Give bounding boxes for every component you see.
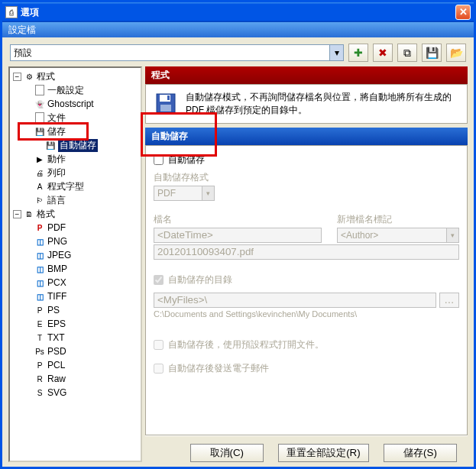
collapse-icon: − bbox=[13, 210, 21, 218]
tree-item-print[interactable]: 🖨列印 bbox=[10, 166, 141, 180]
app-icon: ⎙ bbox=[5, 6, 18, 18]
form-area: 自動儲存 自動儲存格式 PDF ▾ 檔名 新增檔名標記 <Author> bbox=[145, 145, 468, 435]
tree-label: SVG bbox=[47, 387, 66, 398]
format-label: 自動儲存格式 bbox=[154, 171, 459, 184]
tree-item-general[interactable]: 一般設定 bbox=[10, 83, 141, 97]
save-button[interactable]: 儲存(S) bbox=[384, 444, 457, 462]
flag-icon: 🏳 bbox=[34, 195, 46, 205]
format-value: PDF bbox=[157, 188, 176, 199]
autosave-checkbox-row: 自動儲存 bbox=[154, 154, 459, 167]
filename-label: 檔名 bbox=[154, 213, 322, 226]
add-profile-button[interactable]: ✚ bbox=[348, 44, 368, 62]
tree-item-tiff[interactable]: ◫TIFF bbox=[10, 289, 141, 303]
tree-label: 自動儲存 bbox=[58, 139, 98, 152]
tree-item-save[interactable]: 💾儲存 bbox=[10, 125, 141, 138]
content-pane: 程式 自動儲存模式，不再詢問儲存檔名與位置，將自動地將所有生成的 PDF 檔儲存… bbox=[145, 66, 468, 462]
window-title: 選項 bbox=[21, 6, 455, 19]
tree-item-psd[interactable]: PsPSD bbox=[10, 344, 141, 358]
tree-label: 程式 bbox=[37, 70, 55, 83]
font-icon: A bbox=[34, 181, 46, 192]
pdf-icon: P bbox=[34, 222, 46, 233]
save-profile-button[interactable]: 💾 bbox=[422, 44, 442, 62]
eps-icon: E bbox=[34, 319, 46, 329]
description-box: 自動儲存模式，不再詢問儲存檔名與位置，將自動地將所有生成的 PDF 檔儲存到預定… bbox=[145, 84, 468, 124]
tree-item-pdf[interactable]: PPDF bbox=[10, 221, 141, 234]
browse-button: … bbox=[439, 293, 459, 308]
plus-icon: ✚ bbox=[354, 47, 363, 59]
remove-profile-button[interactable]: ✖ bbox=[373, 44, 393, 62]
autosave-checkbox[interactable] bbox=[154, 155, 164, 165]
toolbar: 預設 ▾ ✚ ✖ ⧉ 💾 📂 bbox=[2, 37, 474, 66]
tree-item-jpeg[interactable]: ◫JPEG bbox=[10, 248, 141, 262]
tree-label: 儲存 bbox=[47, 125, 66, 138]
autosave-checkbox-label: 自動儲存 bbox=[168, 154, 205, 167]
tree-label: Ghostscript bbox=[47, 99, 94, 109]
tree-label: PCL bbox=[47, 360, 65, 370]
tree-item-font[interactable]: A程式字型 bbox=[10, 180, 141, 193]
tree-item-action[interactable]: ▶動作 bbox=[10, 152, 141, 166]
tree-label: Raw bbox=[47, 374, 66, 384]
tree-root-program[interactable]: −⚙程式 bbox=[10, 70, 141, 83]
action-icon: ▶ bbox=[34, 154, 46, 164]
autofolder-checkbox bbox=[154, 275, 164, 285]
reset-button[interactable]: 重置全部設定(R) bbox=[278, 444, 369, 462]
titlebar: ⎙ 選項 ✕ bbox=[2, 2, 474, 22]
format-select: PDF ▾ bbox=[154, 186, 215, 201]
tree-label: 文件 bbox=[47, 112, 66, 125]
tree-label: PS bbox=[47, 305, 60, 315]
chevron-down-icon: ▾ bbox=[446, 228, 458, 242]
collapse-icon: − bbox=[13, 73, 21, 81]
doc-icon bbox=[34, 85, 46, 95]
filename-input bbox=[154, 228, 322, 243]
emailafter-checkbox bbox=[154, 364, 164, 374]
emailafter-row: 自動儲存後發送電子郵件 bbox=[154, 362, 459, 375]
openafter-label: 自動儲存後，使用預設程式打開文件。 bbox=[168, 338, 324, 351]
tree-label: 格式 bbox=[37, 208, 55, 221]
tree-item-pcl[interactable]: PPCL bbox=[10, 358, 141, 372]
tree-item-txt[interactable]: TTXT bbox=[10, 331, 141, 344]
tree-label: 一般設定 bbox=[47, 84, 84, 97]
tree-item-svg[interactable]: SSVG bbox=[10, 386, 141, 399]
txt-icon: T bbox=[34, 332, 46, 343]
format-icon: 🗎 bbox=[23, 209, 35, 219]
tree-label: TIFF bbox=[47, 291, 66, 302]
profile-select[interactable]: 預設 ▾ bbox=[10, 44, 344, 61]
autofolder-label: 自動儲存的目錄 bbox=[168, 273, 232, 286]
folder-resolved: C:\Documents and Settings\kevinchen\My D… bbox=[154, 309, 459, 319]
ps-icon: P bbox=[34, 305, 46, 315]
section-header-autosave: 自動儲存 bbox=[145, 128, 468, 145]
tree-label: PNG bbox=[47, 236, 67, 247]
printer-icon: 🖨 bbox=[34, 167, 46, 178]
content-header: 程式 bbox=[145, 66, 468, 84]
tree-item-language[interactable]: 🏳語言 bbox=[10, 193, 141, 207]
tree-item-bmp[interactable]: ◫BMP bbox=[10, 262, 141, 276]
close-button[interactable]: ✕ bbox=[455, 5, 471, 20]
tree-item-document[interactable]: 文件 bbox=[10, 111, 141, 125]
raw-icon: R bbox=[34, 374, 46, 384]
open-folder-button[interactable]: 📂 bbox=[446, 44, 466, 62]
tree-label: BMP bbox=[47, 264, 67, 274]
tree-label: PSD bbox=[47, 346, 66, 357]
gear-icon: ⚙ bbox=[23, 71, 35, 82]
x-icon: ✖ bbox=[378, 47, 387, 59]
tree-root-format[interactable]: −🗎格式 bbox=[10, 207, 141, 221]
psd-icon: Ps bbox=[34, 346, 46, 357]
folder-icon: 📂 bbox=[450, 47, 463, 59]
copy-profile-button[interactable]: ⧉ bbox=[397, 44, 417, 62]
autofolder-row: 自動儲存的目錄 bbox=[154, 273, 459, 286]
cancel-button[interactable]: 取消(C) bbox=[190, 444, 264, 462]
tree-label: 列印 bbox=[47, 167, 66, 180]
image-icon: ◫ bbox=[34, 277, 46, 288]
tree-item-raw[interactable]: RRaw bbox=[10, 372, 141, 386]
tree-item-png[interactable]: ◫PNG bbox=[10, 234, 141, 248]
tree-item-eps[interactable]: EEPS bbox=[10, 317, 141, 331]
tag-value: <Author> bbox=[341, 230, 378, 241]
openafter-checkbox bbox=[154, 340, 164, 350]
tree-item-ps[interactable]: PPS bbox=[10, 303, 141, 317]
tree-item-autosave[interactable]: 💾自動儲存 bbox=[10, 138, 141, 152]
pcl-icon: P bbox=[34, 360, 46, 370]
description-text: 自動儲存模式，不再詢問儲存檔名與位置，將自動地將所有生成的 PDF 檔儲存到預定… bbox=[186, 91, 459, 117]
tree-item-ghostscript[interactable]: 👻Ghostscript bbox=[10, 97, 141, 111]
tree-item-pcx[interactable]: ◫PCX bbox=[10, 276, 141, 289]
tree-label: 動作 bbox=[47, 153, 66, 166]
